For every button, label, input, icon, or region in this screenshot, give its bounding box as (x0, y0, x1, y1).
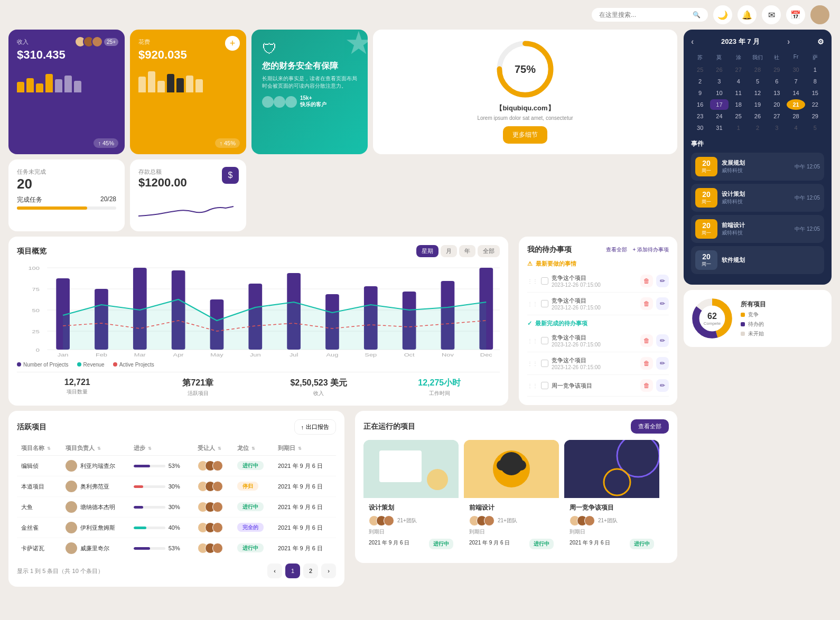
add-todo-link[interactable]: + 添加待办事项 (632, 246, 669, 253)
col-due[interactable]: 到期日 ⇅ (274, 441, 336, 456)
cal-day[interactable]: 14 (787, 88, 805, 98)
cal-day[interactable]: 4 (730, 76, 748, 87)
todo-checkbox[interactable] (541, 277, 548, 285)
cal-day[interactable]: 26 (710, 64, 728, 75)
cal-day[interactable]: 22 (806, 99, 824, 110)
drag-handle[interactable]: ⋮⋮ (527, 278, 538, 284)
cal-day[interactable]: 27 (730, 64, 748, 75)
running-project-card[interactable]: 前端设计 21+团队 到期日 2021 年 9 月 6 日 进行中 (464, 440, 559, 555)
prev-page-button[interactable]: ‹ (267, 563, 282, 578)
cal-day[interactable]: 28 (787, 111, 805, 121)
cal-day[interactable]: 1 (730, 123, 748, 133)
search-box[interactable]: 🔍 (592, 8, 708, 22)
cal-day[interactable]: 30 (691, 123, 709, 133)
next-page-button[interactable]: › (321, 563, 336, 578)
drag-handle[interactable]: ⋮⋮ (527, 383, 538, 389)
col-lead[interactable]: 项目负责人 ⇅ (61, 441, 129, 456)
tab-month[interactable]: 月 (441, 245, 457, 257)
cal-day[interactable]: 29 (768, 64, 786, 75)
event-item[interactable]: 20 周一 发展规划 威特科技 中午 12:05 (691, 153, 824, 181)
todo-checkbox[interactable] (541, 337, 548, 344)
export-button[interactable]: ↑ 出口报告 (294, 419, 337, 435)
cal-day[interactable]: 7 (787, 76, 805, 87)
todo-checkbox[interactable] (541, 360, 548, 367)
cal-day[interactable]: 3 (710, 76, 728, 87)
running-project-card[interactable]: 周一竞争该项目 21+团队 到期日 2021 年 9 月 6 日 进行中 (564, 440, 659, 555)
cal-day[interactable]: 20 (768, 99, 786, 110)
delete-button[interactable]: 🗑 (640, 334, 653, 347)
cal-day[interactable]: 1 (806, 64, 824, 75)
cal-day[interactable]: 19 (749, 99, 767, 110)
cal-day[interactable]: 18 (730, 99, 748, 110)
cal-day[interactable]: 30 (787, 64, 805, 75)
col-name[interactable]: 项目名称 ⇅ (17, 441, 61, 456)
tab-week[interactable]: 星期 (416, 245, 438, 257)
next-month-button[interactable]: › (787, 37, 790, 46)
view-all-button[interactable]: 查看全部 (631, 419, 669, 434)
todo-checkbox[interactable] (541, 300, 548, 307)
col-status[interactable]: 龙位 ⇅ (233, 441, 274, 456)
dark-mode-button[interactable]: 🌙 (713, 5, 732, 24)
cal-day[interactable]: 26 (749, 111, 767, 121)
mail-button[interactable]: ✉ (762, 5, 781, 24)
page-2-button[interactable]: 2 (303, 563, 318, 578)
cal-day[interactable]: 17 (710, 99, 728, 110)
search-input[interactable] (599, 11, 689, 18)
delete-button[interactable]: 🗑 (640, 357, 653, 370)
cal-day[interactable]: 11 (730, 88, 748, 98)
event-item[interactable]: 20 周一 前端设计 威特科技 中午 12:05 (691, 215, 824, 243)
event-item[interactable]: 20 周一 设计策划 威特科技 中午 12:05 (691, 184, 824, 212)
cal-day[interactable]: 5 (806, 123, 824, 133)
cal-day[interactable]: 15 (806, 88, 824, 98)
cal-day[interactable]: 28 (749, 64, 767, 75)
edit-button[interactable]: ✏ (656, 297, 669, 310)
cal-day[interactable]: 27 (768, 111, 786, 121)
todo-checkbox[interactable] (541, 382, 548, 389)
cal-day[interactable]: 12 (749, 88, 767, 98)
cal-day[interactable]: 2 (749, 123, 767, 133)
edit-button[interactable]: ✏ (656, 275, 669, 287)
drag-handle[interactable]: ⋮⋮ (527, 361, 538, 367)
cal-day[interactable]: 31 (710, 123, 728, 133)
cal-day[interactable]: 4 (787, 123, 805, 133)
edit-button[interactable]: ✏ (656, 357, 669, 370)
tab-all[interactable]: 全部 (478, 245, 500, 257)
detail-button[interactable]: 更多细节 (503, 126, 547, 144)
event-item[interactable]: 20 周一 软件规划 (691, 246, 824, 274)
cal-day[interactable]: 16 (691, 99, 709, 110)
cal-day[interactable]: 6 (768, 76, 786, 87)
cal-day[interactable]: 29 (806, 111, 824, 121)
page-1-button[interactable]: 1 (285, 563, 300, 578)
cal-day[interactable]: 21 (787, 99, 805, 110)
cal-day[interactable]: 8 (806, 76, 824, 87)
drag-handle[interactable]: ⋮⋮ (527, 301, 538, 307)
calendar-button[interactable]: 📅 (786, 5, 805, 24)
delete-button[interactable]: 🗑 (640, 275, 653, 287)
prev-month-button[interactable]: ‹ (691, 37, 694, 46)
notification-button[interactable]: 🔔 (738, 5, 757, 24)
cal-day[interactable]: 25 (730, 111, 748, 121)
cal-day[interactable]: 10 (710, 88, 728, 98)
running-project-card[interactable]: 设计策划 21+团队 到期日 2021 年 9 月 6 日 进行中 (363, 440, 459, 555)
cal-day[interactable]: 13 (768, 88, 786, 98)
cal-day[interactable]: 9 (691, 88, 709, 98)
avatar[interactable] (810, 5, 829, 24)
see-all-link[interactable]: 查看全部 (606, 246, 627, 253)
tab-year[interactable]: 年 (459, 245, 475, 257)
edit-button[interactable]: ✏ (656, 334, 669, 347)
delete-button[interactable]: 🗑 (640, 297, 653, 310)
drag-handle[interactable]: ⋮⋮ (527, 338, 538, 344)
cal-day[interactable]: 25 (691, 64, 709, 75)
edit-button[interactable]: ✏ (656, 379, 669, 392)
settings-icon[interactable]: ⚙ (817, 37, 824, 46)
delete-button[interactable]: 🗑 (640, 379, 653, 392)
todo-actions[interactable]: 查看全部 + 添加待办事项 (606, 246, 669, 253)
cal-day[interactable]: 23 (691, 111, 709, 121)
cal-day[interactable]: 2 (691, 76, 709, 87)
cal-day[interactable]: 24 (710, 111, 728, 121)
cal-day[interactable]: 3 (768, 123, 786, 133)
add-expense-button[interactable]: + (225, 36, 240, 51)
cal-day[interactable]: 5 (749, 76, 767, 87)
col-assignee[interactable]: 受让人 ⇅ (193, 441, 233, 456)
col-progress[interactable]: 进步 ⇅ (129, 441, 194, 456)
